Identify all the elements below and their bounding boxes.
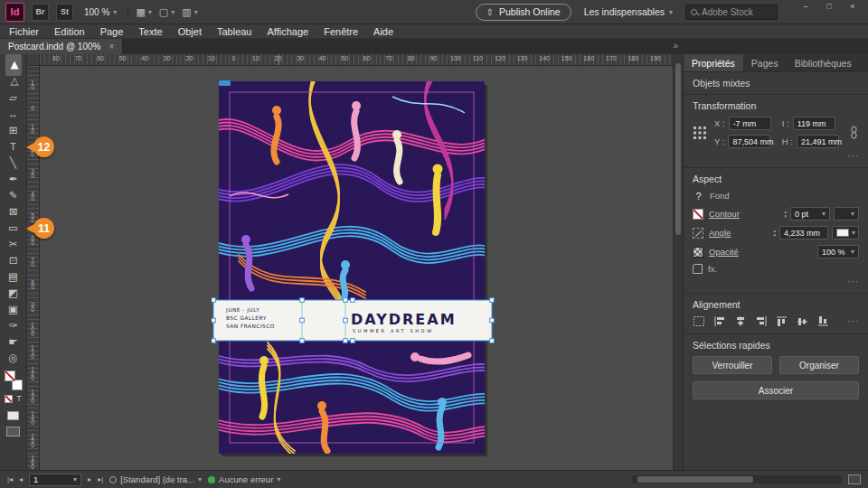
postcard-artwork[interactable]: .rib use{fill:none;stroke-width:1.8;stro… <box>212 79 495 456</box>
horizontal-scrollbar[interactable] <box>632 475 842 483</box>
fill-and-stroke-swatches[interactable] <box>4 371 24 390</box>
apply-none-icon[interactable] <box>5 395 13 403</box>
free-transform-tool[interactable]: ⊡ <box>3 252 24 268</box>
screen-mode-button[interactable] <box>6 427 20 436</box>
arrange-button[interactable]: Organiser <box>779 356 859 374</box>
rectangle-frame-tool[interactable]: ⊠ <box>3 203 24 220</box>
align-right-icon[interactable] <box>755 315 768 327</box>
bridge-button[interactable]: Br <box>32 4 49 21</box>
first-page-button[interactable]: |◂ <box>7 475 13 483</box>
scissors-tool[interactable]: ✂ <box>3 236 24 252</box>
align-top-icon[interactable] <box>776 315 788 327</box>
stroke-label[interactable]: Contour <box>709 209 740 219</box>
menu-item-6[interactable]: Affichage <box>268 26 309 37</box>
previous-page-button[interactable]: ◂ <box>19 475 23 483</box>
angle-input[interactable]: 4,233 mm <box>779 226 828 239</box>
gradient-feather-tool[interactable]: ◩ <box>3 285 24 301</box>
align-to-selection-icon[interactable] <box>693 315 705 327</box>
zoom-tool[interactable]: ◎ <box>3 350 24 366</box>
opacity-dropdown[interactable]: 100 % ▾ <box>817 245 859 258</box>
menu-item-2[interactable]: Page <box>100 26 124 37</box>
align-bottom-icon[interactable] <box>817 315 830 327</box>
search-placeholder: Adobe Stock <box>702 7 753 17</box>
align-more-options[interactable]: ··· <box>847 316 859 326</box>
publish-online-button[interactable]: ⇧ Publish Online <box>476 4 571 21</box>
stroke-weight-stepper[interactable]: ▴▾ <box>784 210 787 219</box>
arrange-documents-dropdown[interactable]: ▥ ▾ <box>182 6 197 18</box>
pencil-tool[interactable]: ✎ <box>3 187 24 203</box>
last-page-button[interactable]: ▸| <box>98 475 103 483</box>
view-options-dropdown[interactable]: ▦ ▾ <box>136 6 151 18</box>
width-input[interactable]: 119 mm <box>793 117 835 130</box>
title-band-frame[interactable]: JUNE - JULY BSC GALLERY SAN FRANCISCO DA… <box>212 298 494 343</box>
angle-swatch-dropdown[interactable]: ▾ <box>832 226 859 239</box>
stroke-weight-dropdown[interactable]: 0 pt ▾ <box>790 207 830 221</box>
horizontal-scrollbar-thumb[interactable] <box>637 476 753 483</box>
aspect-more-options[interactable]: ··· <box>693 277 859 286</box>
align-center-vertical-icon[interactable] <box>797 315 809 327</box>
group-button[interactable]: Associer <box>693 381 859 399</box>
tab-bibliotheques[interactable]: Bibliothèques <box>787 54 860 71</box>
menu-item-7[interactable]: Fenêtre <box>324 26 358 37</box>
stroke-none-swatch[interactable] <box>693 209 703 220</box>
adobe-stock-search-input[interactable]: Adobe Stock <box>685 5 778 20</box>
corner-options-icon[interactable] <box>693 264 703 274</box>
document-tab[interactable]: Postcard.indd @ 100% × <box>0 39 123 54</box>
angle-stepper[interactable]: ▴▾ <box>773 229 776 238</box>
height-input[interactable]: 21,491 mm <box>797 135 839 148</box>
type-tool[interactable]: T <box>3 138 24 155</box>
x-input[interactable]: -7 mm <box>729 117 771 130</box>
menu-item-5[interactable]: Tableau <box>217 26 252 37</box>
tab-close-icon[interactable]: × <box>108 42 114 52</box>
pen-tool[interactable]: ✒ <box>3 171 24 187</box>
fill-swatch[interactable] <box>5 371 15 381</box>
line-tool[interactable]: ╲ <box>3 155 24 171</box>
direct-selection-tool[interactable]: ▷ <box>5 70 22 92</box>
preflight-status-dropdown[interactable]: Aucune erreur ▾ <box>208 474 280 484</box>
pasteboard-canvas[interactable]: .rib use{fill:none;stroke-width:1.8;stro… <box>40 66 673 470</box>
gradient-swatch-tool[interactable]: ▤ <box>3 268 24 285</box>
menu-item-1[interactable]: Edition <box>54 26 85 37</box>
note-tool[interactable]: ▣ <box>3 301 24 317</box>
minimize-button[interactable]: – <box>794 0 817 13</box>
tab-proprietes[interactable]: Propriétés <box>684 54 743 71</box>
y-input[interactable]: 87,504 mm <box>728 135 770 148</box>
close-button[interactable]: × <box>841 0 864 13</box>
link-dimensions-icon[interactable] <box>849 126 859 139</box>
stock-button[interactable]: St <box>56 4 73 21</box>
tab-pages[interactable]: Pages <box>743 54 787 71</box>
zoom-level-dropdown[interactable]: 100 % ▾ <box>80 5 120 19</box>
page-number-dropdown[interactable]: 1 ▾ <box>29 474 81 486</box>
transform-more-options[interactable]: ··· <box>693 151 859 161</box>
menu-item-8[interactable]: Aide <box>373 26 393 37</box>
angle-label[interactable]: Angle <box>709 228 731 238</box>
gap-tool[interactable]: ↔ <box>3 106 24 122</box>
apply-color-button[interactable] <box>7 411 19 420</box>
menu-item-3[interactable]: Texte <box>138 26 162 37</box>
color-theme-tool[interactable]: ✑ <box>3 317 24 333</box>
fill-mixed-icon[interactable]: ? <box>693 190 704 202</box>
next-page-button[interactable]: ▸ <box>88 475 91 483</box>
content-collector-tool[interactable]: ⊞ <box>3 122 24 138</box>
preflight-profile-dropdown[interactable]: [Standard] (de tra... ▾ <box>109 474 202 484</box>
stroke-type-dropdown[interactable]: ▾ <box>834 207 859 221</box>
menu-item-0[interactable]: Fichier <box>9 26 39 37</box>
formatting-affects-text-icon[interactable]: T <box>16 394 22 403</box>
tab-overflow-icon[interactable]: » <box>673 41 678 51</box>
lock-button[interactable]: Verrouiller <box>693 356 772 374</box>
maximize-button[interactable]: □ <box>817 0 841 13</box>
opacity-label[interactable]: Opacité <box>709 247 739 257</box>
effects-label[interactable]: fx. <box>708 264 717 274</box>
align-center-horizontal-icon[interactable] <box>734 315 747 327</box>
split-view-button[interactable] <box>848 474 861 484</box>
align-left-icon[interactable] <box>713 315 726 327</box>
ruler-origin-corner[interactable] <box>27 54 40 66</box>
hand-tool[interactable]: ☛ <box>3 333 24 350</box>
vertical-scrollbar-thumb[interactable] <box>675 63 681 235</box>
vertical-scrollbar[interactable] <box>673 54 683 470</box>
workspace-switcher[interactable]: Les indispensables ▾ <box>584 6 673 17</box>
menu-item-4[interactable]: Objet <box>178 26 202 37</box>
rectangle-tool[interactable]: ▭ <box>3 220 24 236</box>
reference-point-proxy-icon[interactable] <box>693 126 707 140</box>
screen-mode-dropdown[interactable]: ▢ ▾ <box>159 6 175 18</box>
